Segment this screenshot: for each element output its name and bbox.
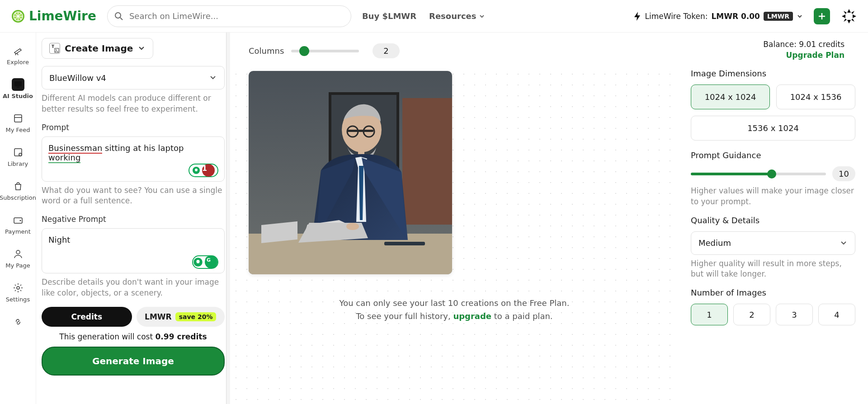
svg-point-6 <box>115 13 121 18</box>
search-input[interactable] <box>107 5 351 27</box>
num-images-4[interactable]: 4 <box>818 304 855 325</box>
svg-rect-17 <box>17 87 19 88</box>
svg-marker-9 <box>847 20 851 23</box>
add-button[interactable] <box>814 8 830 24</box>
grammarly-badges: 1 <box>189 164 218 177</box>
slider-thumb[interactable] <box>299 46 309 56</box>
svg-marker-15 <box>851 19 854 22</box>
num-images-2[interactable]: 2 <box>733 304 770 325</box>
brand-logo[interactable]: LimeWire <box>11 9 96 23</box>
upgrade-link[interactable]: upgrade <box>453 311 491 321</box>
center-panel: Columns 2 <box>231 33 678 404</box>
generated-image[interactable] <box>249 71 452 274</box>
left-panel: T Create Image BlueWillow v4 Different A… <box>36 33 231 404</box>
svg-point-25 <box>17 287 19 289</box>
svg-marker-13 <box>851 11 854 14</box>
bulb-icon <box>192 166 200 174</box>
columns-slider[interactable] <box>291 50 359 52</box>
sidebar-item-ai-studio[interactable]: AI Studio <box>0 72 36 106</box>
create-image-dropdown[interactable]: T Create Image <box>42 38 153 59</box>
svg-rect-18 <box>14 115 22 122</box>
grammarly-error-count: 1 <box>202 164 215 177</box>
slider-thumb[interactable] <box>767 169 776 179</box>
prompt-guidance-slider[interactable] <box>691 173 826 175</box>
prompt-guidance-value: 10 <box>832 166 855 181</box>
model-value: BlueWillow v4 <box>49 73 106 83</box>
lmwr-button[interactable]: LMWR save 20% <box>137 307 225 327</box>
svg-marker-10 <box>842 14 845 18</box>
nav-buy-lmwr[interactable]: Buy $LMWR <box>362 11 416 21</box>
token-value: LMWR 0.00 <box>711 12 760 21</box>
dim-1536x1024[interactable]: 1536 x 1024 <box>691 116 855 141</box>
svg-marker-14 <box>844 19 847 22</box>
sidebar-item-more[interactable] <box>0 309 36 334</box>
credits-button[interactable]: Credits <box>42 307 132 327</box>
lmwr-label: LMWR <box>145 312 172 321</box>
telescope-icon <box>13 45 24 56</box>
dim-1024x1536[interactable]: 1024 x 1536 <box>776 85 855 109</box>
sidebar-item-label: Library <box>8 160 28 167</box>
svg-point-28 <box>56 49 57 50</box>
link-icon <box>13 316 24 327</box>
quality-label: Quality & Details <box>691 216 855 225</box>
dim-1024x1024[interactable]: 1024 x 1024 <box>691 85 770 109</box>
sidebar-item-subscription[interactable]: Subscription <box>0 174 36 207</box>
token-balance[interactable]: LimeWire Token: LMWR 0.00 LMWR <box>633 11 803 21</box>
avatar-icon <box>841 8 857 24</box>
svg-marker-12 <box>844 11 847 14</box>
lime-icon <box>11 9 25 23</box>
neg-prompt-label: Negative Prompt <box>42 215 225 224</box>
neg-prompt-help: Describe details you don't want in your … <box>42 277 225 299</box>
chevron-down-icon <box>797 13 803 19</box>
quality-help: Higher quality will result in more steps… <box>691 258 855 280</box>
user-icon <box>13 249 24 259</box>
generate-button[interactable]: Generate Image <box>42 347 225 376</box>
token-label: LimeWire Token: <box>645 12 708 21</box>
sidebar-item-settings[interactable]: Settings <box>0 275 36 309</box>
right-panel: Image Dimensions 1024 x 1024 1024 x 1536… <box>678 58 868 404</box>
prompt-help: What do you want to see? You can use a s… <box>42 185 225 207</box>
sidebar-item-label: AI Studio <box>3 93 33 99</box>
library-icon <box>13 147 24 158</box>
feed-icon <box>13 113 24 124</box>
upgrade-plan-link[interactable]: Upgrade Plan <box>786 51 844 60</box>
svg-point-21 <box>19 153 22 156</box>
search-icon <box>114 12 123 21</box>
prompt-label: Prompt <box>42 123 225 132</box>
num-images-1[interactable]: 1 <box>691 304 728 325</box>
grammarly-suggestion[interactable]: 1 <box>189 164 218 177</box>
columns-label: Columns <box>249 46 284 56</box>
grammarly-ok[interactable]: G <box>192 255 218 269</box>
sidebar-item-explore[interactable]: Explore <box>0 38 36 72</box>
dimensions-label: Image Dimensions <box>691 69 855 78</box>
nav-resources-label: Resources <box>429 11 476 21</box>
create-image-label: Create Image <box>65 43 133 54</box>
sidebar-item-payment[interactable]: Payment <box>0 207 36 241</box>
sidebar-item-label: My Page <box>5 262 30 269</box>
svg-rect-43 <box>261 221 297 243</box>
sidebar-item-label: Explore <box>7 59 29 66</box>
cost-line: This generation will cost 0.99 credits <box>42 332 225 341</box>
grammarly-badges: G <box>192 255 218 269</box>
avatar[interactable] <box>841 8 857 24</box>
gear-icon <box>13 282 24 293</box>
quality-select[interactable]: Medium <box>691 231 855 255</box>
svg-rect-44 <box>384 242 425 245</box>
svg-rect-39 <box>347 130 373 132</box>
nav-resources[interactable]: Resources <box>429 11 485 21</box>
svg-point-24 <box>16 250 20 254</box>
svg-marker-11 <box>853 14 856 18</box>
chevron-down-icon <box>209 74 217 82</box>
sidebar-item-my-feed[interactable]: My Feed <box>0 106 36 140</box>
num-images-3[interactable]: 3 <box>776 304 813 325</box>
num-images-label: Number of Images <box>691 288 855 297</box>
model-select[interactable]: BlueWillow v4 <box>42 66 225 89</box>
chevron-down-icon <box>479 13 485 19</box>
sidebar-item-my-page[interactable]: My Page <box>0 241 36 275</box>
sidebar-item-label: My Feed <box>5 127 30 133</box>
prompt-guidance-label: Prompt Guidance <box>691 150 855 160</box>
sidebar-item-library[interactable]: Library <box>0 140 36 174</box>
svg-text:G: G <box>207 257 211 263</box>
monitor-icon <box>13 79 24 90</box>
balance-area: Balance: 9.01 credits Upgrade Plan <box>752 36 855 60</box>
